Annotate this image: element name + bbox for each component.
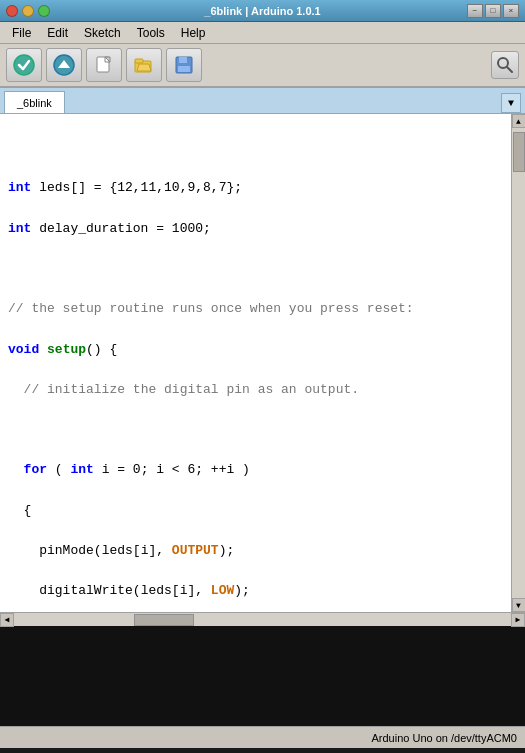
- status-bar: Arduino Uno on /dev/ttyACM0: [0, 726, 525, 748]
- svg-rect-6: [135, 59, 143, 63]
- code-editor[interactable]: int leds[] = {12,11,10,9,8,7}; int delay…: [0, 114, 511, 612]
- scroll-thumb-v[interactable]: [513, 132, 525, 172]
- title-bar-right: − □ ×: [467, 4, 519, 18]
- vertical-scrollbar[interactable]: ▲ ▼: [511, 114, 525, 612]
- title-bar: _6blink | Arduino 1.0.1 − □ ×: [0, 0, 525, 22]
- upload-button[interactable]: [46, 48, 82, 82]
- scroll-track-h: [14, 614, 511, 626]
- code-line: int leds[] = {12,11,10,9,8,7};: [8, 178, 503, 198]
- menu-edit[interactable]: Edit: [39, 24, 76, 42]
- editor-container: int leds[] = {12,11,10,9,8,7}; int delay…: [0, 114, 525, 612]
- verify-button[interactable]: [6, 48, 42, 82]
- code-line: int delay_duration = 1000;: [8, 219, 503, 239]
- toolbar: [0, 44, 525, 88]
- svg-point-0: [14, 55, 34, 75]
- scroll-thumb-h[interactable]: [134, 614, 194, 626]
- code-line: // the setup routine runs once when you …: [8, 299, 503, 319]
- scroll-down-arrow[interactable]: ▼: [512, 598, 526, 612]
- console-area: [0, 626, 525, 726]
- horizontal-scrollbar[interactable]: ◀ ▶: [0, 612, 525, 626]
- code-line: digitalWrite(leds[i], LOW);: [8, 581, 503, 601]
- menu-bar: File Edit Sketch Tools Help: [0, 22, 525, 44]
- scroll-right-arrow[interactable]: ▶: [511, 613, 525, 627]
- new-button[interactable]: [86, 48, 122, 82]
- menu-help[interactable]: Help: [173, 24, 214, 42]
- tab-6blink[interactable]: _6blink: [4, 91, 65, 113]
- svg-line-12: [507, 67, 512, 72]
- svg-rect-9: [179, 57, 187, 63]
- search-button[interactable]: [491, 51, 519, 79]
- tab-dropdown[interactable]: ▼: [501, 93, 521, 113]
- scroll-left-arrow[interactable]: ◀: [0, 613, 14, 627]
- code-line: [8, 259, 503, 279]
- open-button[interactable]: [126, 48, 162, 82]
- code-line: {: [8, 501, 503, 521]
- code-line: // initialize the digital pin as an outp…: [8, 380, 503, 400]
- menu-file[interactable]: File: [4, 24, 39, 42]
- status-text: Arduino Uno on /dev/ttyACM0: [371, 732, 517, 744]
- svg-rect-10: [178, 66, 190, 72]
- scroll-up-arrow[interactable]: ▲: [512, 114, 526, 128]
- save-button[interactable]: [166, 48, 202, 82]
- win-btn-restore[interactable]: □: [485, 4, 501, 18]
- code-line: for ( int i = 0; i < 6; ++i ): [8, 460, 503, 480]
- tab-bar: _6blink ▼: [0, 88, 525, 114]
- svg-marker-7: [137, 64, 151, 71]
- win-btn-close[interactable]: ×: [503, 4, 519, 18]
- menu-sketch[interactable]: Sketch: [76, 24, 129, 42]
- code-line: pinMode(leds[i], OUTPUT);: [8, 541, 503, 561]
- win-btn-minimize[interactable]: −: [467, 4, 483, 18]
- code-line: [8, 420, 503, 440]
- menu-tools[interactable]: Tools: [129, 24, 173, 42]
- window-title: _6blink | Arduino 1.0.1: [0, 5, 525, 17]
- code-line: void setup() {: [8, 340, 503, 360]
- code-line: [8, 138, 503, 158]
